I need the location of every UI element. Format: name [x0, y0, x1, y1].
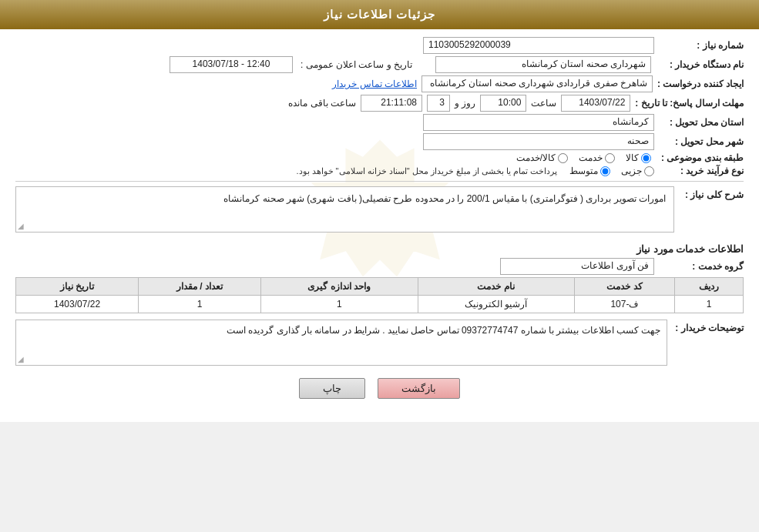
col-unit: واحد اندازه گیری	[260, 278, 418, 296]
requester-link[interactable]: اطلاعات تماس خریدار	[332, 79, 417, 89]
deadline-days: 3	[427, 95, 450, 112]
need-desc-label: شرح کلی نیاز :	[682, 186, 744, 200]
services-table: ردیف کد خدمت نام خدمت واحد اندازه گیری ت…	[15, 277, 744, 313]
deadline-remaining: 21:11:08	[361, 95, 422, 112]
category-label: طبقه بندی موضوعی :	[659, 152, 744, 163]
page-title: جزئیات اطلاعات نیاز	[324, 8, 435, 21]
category-option-kala[interactable]: کالا	[626, 152, 651, 163]
city-value: صحنه	[423, 133, 654, 150]
col-code: کد خدمت	[574, 278, 675, 296]
process-option-medium[interactable]: متوسط	[569, 166, 610, 176]
cell-code: ف-107	[574, 296, 675, 313]
process-option-partial[interactable]: جزیی	[621, 166, 654, 176]
announce-label: تاریخ و ساعت اعلان عمومی :	[301, 59, 412, 70]
need-description-text: امورات تصویر برداری ( فتوگرامتری) با مقی…	[223, 193, 666, 204]
back-button[interactable]: بازگشت	[378, 378, 460, 399]
requester-row: ایجاد کننده درخواست : شاهرخ صفری قرارداد…	[15, 75, 744, 92]
buyer-notes-text: جهت کسب اطلاعات بیشتر با شماره 093727747…	[227, 325, 660, 336]
deadline-remaining-label: ساعت باقی مانده	[288, 98, 356, 109]
deadline-time: 10:00	[480, 95, 526, 112]
col-name: نام خدمت	[418, 278, 574, 296]
services-section-header: اطلاعات خدمات مورد نیاز	[15, 243, 744, 255]
category-option-both[interactable]: کالا/خدمت	[516, 152, 568, 163]
col-qty: تعداد / مقدار	[139, 278, 261, 296]
cell-date: 1403/07/22	[16, 296, 139, 313]
buttons-row: بازگشت چاپ	[15, 378, 744, 399]
buyer-notes-section: توضیحات خریدار : جهت کسب اطلاعات بیشتر ب…	[15, 320, 744, 366]
col-date: تاریخ نیاز	[16, 278, 139, 296]
need-number-row: شماره نیاز : 1103005292000039	[15, 37, 744, 54]
process-radio-group: جزیی متوسط	[569, 166, 654, 176]
need-number-label: شماره نیاز :	[659, 40, 744, 51]
service-group-value: فن آوری اطلاعات	[500, 258, 654, 275]
buyer-notes-box: جهت کسب اطلاعات بیشتر با شماره 093727747…	[15, 320, 667, 366]
requester-label: ایجاد کننده درخواست :	[657, 79, 744, 89]
requester-value: شاهرخ صفری قراردادی شهرداری صحنه استان ک…	[421, 75, 653, 92]
province-value: کرمانشاه	[423, 114, 654, 131]
deadline-date: 1403/07/22	[561, 95, 630, 112]
cell-quantity: 1	[139, 296, 261, 313]
buyer-org-label: نام دستگاه خریدار :	[659, 59, 744, 70]
need-description-box: امورات تصویر برداری ( فتوگرامتری) با مقی…	[15, 186, 674, 233]
process-row: نوع فرآیند خرید : جزیی متوسط پرداخت تمام…	[15, 166, 744, 176]
resize-handle-2: ◢	[18, 355, 24, 363]
deadline-time-label: ساعت	[531, 98, 556, 109]
table-row: 1 ف-107 آرشیو الکترونیک 1 1 1403/07/22	[16, 296, 744, 313]
announce-value: 1403/07/18 - 12:40	[170, 56, 293, 73]
cell-row: 1	[675, 296, 744, 313]
province-row: استان محل تحویل : کرمانشاه	[15, 114, 744, 131]
city-label: شهر محل تحویل :	[659, 136, 744, 147]
deadline-row: مهلت ارسال پاسخ: تا تاریخ : 1403/07/22 س…	[15, 95, 744, 112]
category-row: طبقه بندی موضوعی : کالا خدمت کالا/خدمت	[15, 152, 744, 163]
deadline-label: مهلت ارسال پاسخ: تا تاریخ :	[635, 98, 744, 109]
cell-unit: 1	[260, 296, 418, 313]
page-header: جزئیات اطلاعات نیاز	[0, 0, 759, 29]
need-number-value: 1103005292000039	[423, 37, 654, 54]
service-group-label: گروه خدمت :	[659, 261, 744, 272]
service-group-row: گروه خدمت : فن آوری اطلاعات	[15, 258, 744, 275]
print-button[interactable]: چاپ	[299, 378, 365, 399]
deadline-days-label: روز و	[455, 98, 475, 109]
col-row: ردیف	[675, 278, 744, 296]
buyer-org-value: شهرداری صحنه استان کرمانشاه	[435, 56, 651, 73]
process-note: پرداخت تمام یا بخشی از مبلغ خریداز محل "…	[296, 166, 557, 176]
category-option-khedmat[interactable]: خدمت	[579, 152, 615, 163]
process-label: نوع فرآیند خرید :	[659, 166, 744, 176]
city-row: شهر محل تحویل : صحنه	[15, 133, 744, 150]
divider-1	[15, 181, 744, 182]
category-radio-group: کالا خدمت کالا/خدمت	[516, 152, 651, 163]
resize-handle-1: ◢	[18, 222, 24, 230]
buyer-notes-label: توضیحات خریدار :	[675, 320, 744, 333]
province-label: استان محل تحویل :	[659, 117, 744, 128]
cell-name: آرشیو الکترونیک	[418, 296, 574, 313]
table-header-row: ردیف کد خدمت نام خدمت واحد اندازه گیری ت…	[16, 278, 744, 296]
